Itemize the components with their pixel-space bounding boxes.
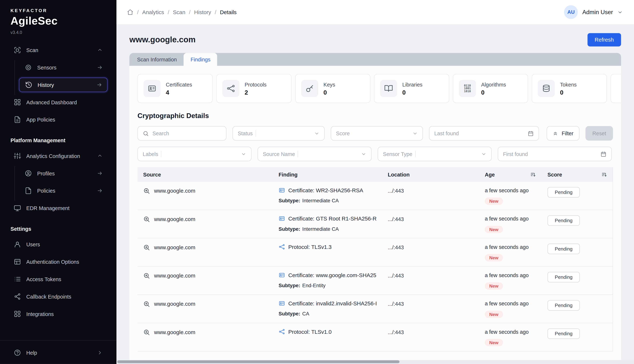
history-icon [25, 81, 33, 88]
arrow-right-icon [97, 65, 103, 70]
sidebar-item-callback-endpoints[interactable]: Callback Endpoints [9, 289, 108, 304]
status-placeholder: Status [238, 130, 253, 136]
source-value: www.google.com [154, 244, 195, 250]
new-badge: New [485, 198, 503, 205]
finding-value: Certificate: invalid2.invalid-SHA256-RSA [288, 300, 377, 306]
sidebar-item-authentication-options[interactable]: Authentication Options [9, 254, 108, 269]
stat-card-protocols: Protocols 2 [216, 74, 291, 103]
user-circle-icon [25, 170, 32, 177]
age-value: a few seconds ago [485, 329, 536, 335]
sort-age-icon[interactable] [530, 172, 536, 178]
tab-findings[interactable]: Findings [184, 53, 217, 66]
score-pending-button[interactable]: Pending [547, 300, 580, 311]
first-found-placeholder: First found [503, 151, 528, 157]
divider [298, 151, 298, 157]
subtype-line: Subtype:Intermediate CA [279, 198, 377, 204]
sidebar-item-integrations[interactable]: Integrations [9, 307, 108, 321]
sidebar-item-label: App Policies [26, 116, 103, 122]
sidebar-item-access-tokens[interactable]: Access Tokens [9, 272, 108, 286]
refresh-button[interactable]: Refresh [587, 33, 621, 46]
sidebar-item-sensors[interactable]: Sensors [19, 60, 108, 74]
calendar-icon [600, 151, 606, 157]
certificate-icon [279, 215, 285, 222]
new-badge: New [485, 311, 503, 318]
certificate-icon [143, 80, 161, 97]
subtype-value: Intermediate CA [302, 198, 339, 204]
share-icon [14, 293, 21, 300]
breadcrumb-analytics[interactable]: Analytics [142, 9, 164, 15]
finding-value: Protocol: TLSv1.0 [288, 329, 332, 335]
findings-table: Source Finding Location Age Score [137, 167, 613, 351]
sidebar-item-advanced-dashboard[interactable]: Advanced Dashboard [9, 95, 108, 110]
sidebar-item-label: Advanced Dashboard [26, 99, 103, 105]
breadcrumb-history[interactable]: History [194, 9, 211, 15]
stat-label: Algorithms [481, 82, 506, 88]
first-found-date-field[interactable]: First found [498, 147, 612, 161]
score-pending-button[interactable]: Pending [547, 272, 580, 282]
sidebar-item-edr-management[interactable]: EDR Management [9, 201, 108, 215]
topbar: / Analytics / Scan / History / Details A… [117, 0, 634, 24]
chevron-up-icon [97, 47, 103, 53]
new-badge: New [485, 226, 503, 233]
reset-button[interactable]: Reset [585, 126, 613, 140]
avatar: AU [564, 5, 578, 19]
source-value: www.google.com [154, 188, 195, 194]
arrow-right-icon [97, 82, 102, 88]
breadcrumb-scan[interactable]: Scan [173, 9, 185, 15]
table-row[interactable]: www.google.com Certificate: GTS Root R1-… [137, 210, 612, 238]
last-found-date-field[interactable]: Last found [429, 126, 539, 140]
user-menu[interactable]: AU Admin User [564, 5, 623, 19]
table-row[interactable]: www.google.com Certificate: invalid2.inv… [137, 295, 612, 323]
horizontal-scrollbar-thumb[interactable] [117, 360, 399, 363]
status-select[interactable]: Status [232, 126, 325, 140]
subtype-label: Subtype: [279, 226, 300, 232]
score-pending-button[interactable]: Pending [547, 328, 580, 339]
table-row[interactable]: www.google.com Protocol: TLSv1.3 [137, 238, 612, 266]
breadcrumb-details: Details [220, 9, 237, 15]
table-row[interactable]: www.google.com Certificate: www.google.c… [137, 267, 612, 295]
score-pending-button[interactable]: Pending [547, 187, 580, 198]
source-name-select[interactable]: Source Name [257, 147, 372, 161]
document-icon [14, 116, 21, 123]
score-pending-button[interactable]: Pending [547, 215, 580, 226]
column-finding: Finding [273, 172, 382, 178]
finding-line: Protocol: TLSv1.0 [279, 328, 377, 335]
sidebar-item-label: Help [26, 350, 92, 356]
sensor-type-placeholder: Sensor Type [383, 151, 412, 157]
sidebar-item-app-policies[interactable]: App Policies [9, 112, 108, 127]
certificate-icon [279, 300, 285, 307]
list-icon [14, 276, 21, 283]
location-value: .../:443 [388, 244, 404, 250]
score-pending-button[interactable]: Pending [547, 244, 580, 254]
search-icon [143, 130, 149, 136]
sidebar-item-label: History [38, 82, 91, 88]
filter-button[interactable]: Filter [547, 126, 579, 140]
score-select[interactable]: Score [331, 126, 423, 140]
column-score: Score [542, 172, 613, 178]
sidebar-item-help[interactable]: Help [9, 345, 108, 360]
sort-score-icon[interactable] [601, 172, 607, 178]
sidebar-item-scan[interactable]: Scan [9, 43, 108, 57]
subtype-value: CA [302, 311, 309, 317]
source-value: www.google.com [154, 273, 195, 279]
source-scan-icon [143, 188, 150, 194]
sensor-type-select[interactable]: Sensor Type [378, 147, 492, 161]
chevron-down-icon [481, 151, 486, 156]
table-icon [14, 258, 21, 266]
sidebar-item-analytics-configuration[interactable]: Analytics Configuration [9, 149, 108, 163]
sidebar-item-profiles[interactable]: Profiles [19, 166, 108, 180]
table-row[interactable]: www.google.com Protocol: TLSv1.0 [137, 323, 612, 351]
sidebar-item-policies[interactable]: Policies [19, 184, 108, 198]
sidebar-item-history[interactable]: History [19, 78, 108, 92]
tab-scan-information[interactable]: Scan Information [130, 53, 184, 66]
table-row[interactable]: www.google.com Certificate: WR2-SHA256-R… [137, 182, 612, 210]
sensors-icon [25, 64, 32, 71]
labels-select[interactable]: Labels [137, 147, 251, 161]
search-input[interactable] [152, 130, 221, 136]
age-value: a few seconds ago [485, 244, 536, 250]
home-icon[interactable] [127, 9, 133, 15]
protocol-icon [279, 328, 285, 335]
sidebar-item-label: Callback Endpoints [26, 294, 103, 300]
sidebar-item-users[interactable]: Users [9, 237, 108, 252]
breadcrumb-separator: / [137, 9, 139, 15]
